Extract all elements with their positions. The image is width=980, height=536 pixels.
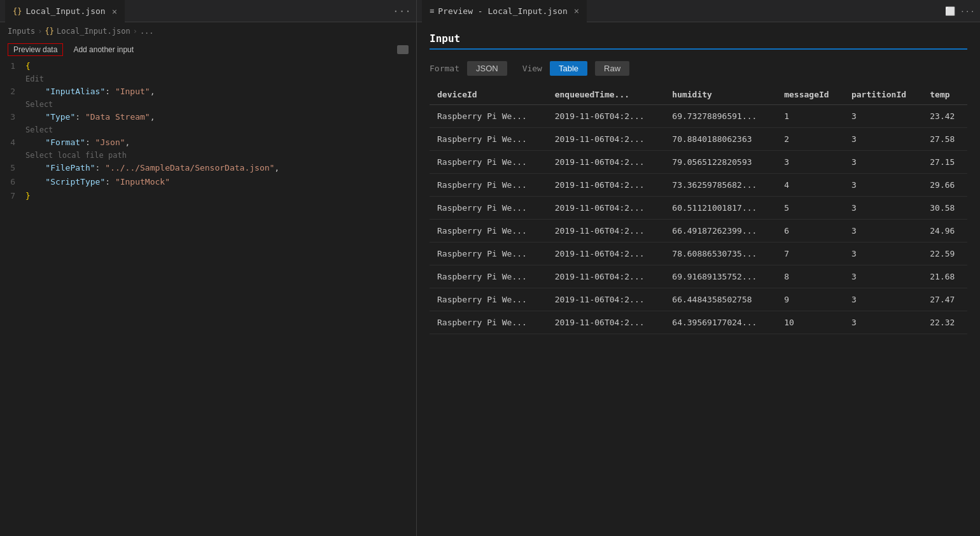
table-row: Raspberry Pi We...2019-11-06T04:2...69.9… (430, 265, 967, 288)
table-row: Raspberry Pi We...2019-11-06T04:2...79.0… (430, 151, 967, 174)
data-table-wrapper[interactable]: deviceId enqueuedTime... humidity messag… (430, 85, 967, 526)
split-editor-icon[interactable]: ⬜ (945, 6, 955, 16)
breadcrumb-icon: {} (45, 27, 54, 36)
toolbar-icon (397, 45, 409, 54)
cell-r9-c1: 2019-11-06T04:2... (547, 311, 665, 334)
cell-r8-c2: 66.4484358502758 (664, 288, 776, 311)
cell-r4-c2: 60.51121001817... (664, 197, 776, 220)
hint-select-path: Select local file path (0, 150, 416, 161)
cell-r0-c4: 3 (844, 105, 922, 128)
breadcrumb-file[interactable]: Local_Input.json (57, 27, 130, 36)
cell-r0-c2: 69.73278896591... (664, 105, 776, 128)
col-messageid: messageId (776, 85, 844, 105)
hint-select-1: Select (0, 99, 416, 110)
cell-r3-c4: 3 (844, 174, 922, 197)
code-line-2: 2 "InputAlias": "Input", (0, 85, 416, 99)
cell-r3-c1: 2019-11-06T04:2... (547, 174, 665, 197)
cell-r4-c3: 5 (776, 197, 844, 220)
toolbar-row: Preview data Add another input (0, 40, 416, 59)
cell-r6-c1: 2019-11-06T04:2... (547, 243, 665, 265)
cell-r0-c0: Raspberry Pi We... (430, 105, 547, 128)
cell-r6-c4: 3 (844, 243, 922, 265)
col-temp: temp (922, 85, 967, 105)
left-tab-bar: {} Local_Input.json × ··· (0, 0, 416, 22)
cell-r3-c2: 73.36259785682... (664, 174, 776, 197)
cell-r4-c4: 3 (844, 197, 922, 220)
cell-r3-c5: 29.66 (922, 174, 967, 197)
cell-r8-c4: 3 (844, 288, 922, 311)
right-tab-label: Preview - Local_Input.json (438, 6, 568, 16)
cell-r9-c5: 22.32 (922, 311, 967, 334)
cell-r7-c2: 69.91689135752... (664, 265, 776, 288)
table-row: Raspberry Pi We...2019-11-06T04:2...70.8… (430, 128, 967, 151)
cell-r6-c0: Raspberry Pi We... (430, 243, 547, 265)
table-row: Raspberry Pi We...2019-11-06T04:2...78.6… (430, 243, 967, 265)
cell-r1-c2: 70.8840188062363 (664, 128, 776, 151)
view-label: View (522, 64, 542, 73)
table-row: Raspberry Pi We...2019-11-06T04:2...69.7… (430, 105, 967, 128)
hint-edit: Edit (0, 73, 416, 85)
breadcrumb-inputs[interactable]: Inputs (8, 27, 35, 36)
col-partitionid: partitionId (844, 85, 922, 105)
code-line-6: 6 "ScriptType": "InputMock" (0, 175, 416, 189)
preview-data-button[interactable]: Preview data (8, 43, 63, 56)
table-row: Raspberry Pi We...2019-11-06T04:2...66.4… (430, 220, 967, 243)
cell-r2-c1: 2019-11-06T04:2... (547, 151, 665, 174)
cell-r6-c2: 78.60886530735... (664, 243, 776, 265)
cell-r2-c2: 79.0565122820593 (664, 151, 776, 174)
json-format-button[interactable]: JSON (467, 61, 507, 76)
cell-r2-c5: 27.15 (922, 151, 967, 174)
cell-r7-c3: 8 (776, 265, 844, 288)
cell-r2-c3: 3 (776, 151, 844, 174)
cell-r2-c0: Raspberry Pi We... (430, 151, 547, 174)
table-view-button[interactable]: Table (550, 61, 587, 76)
left-tab-close[interactable]: × (112, 6, 117, 17)
cell-r8-c3: 9 (776, 288, 844, 311)
cell-r6-c5: 22.59 (922, 243, 967, 265)
left-tab-more[interactable]: ··· (393, 5, 411, 17)
col-deviceid: deviceId (430, 85, 547, 105)
cell-r3-c3: 4 (776, 174, 844, 197)
cell-r5-c3: 6 (776, 220, 844, 243)
left-tab-label: Local_Input.json (25, 6, 105, 16)
table-row: Raspberry Pi We...2019-11-06T04:2...66.4… (430, 288, 967, 311)
code-editor[interactable]: 1 { Edit 2 "InputAlias": "Input", Select… (0, 59, 416, 536)
cell-r8-c0: Raspberry Pi We... (430, 288, 547, 311)
cell-r3-c0: Raspberry Pi We... (430, 174, 547, 197)
left-panel: {} Local_Input.json × ··· Inputs › {} Lo… (0, 0, 417, 536)
code-line-4: 4 "Format": "Json", (0, 136, 416, 150)
cell-r5-c4: 3 (844, 220, 922, 243)
cell-r2-c4: 3 (844, 151, 922, 174)
cell-r0-c3: 1 (776, 105, 844, 128)
cell-r7-c4: 3 (844, 265, 922, 288)
json-file-icon: {} (13, 7, 22, 16)
table-row: Raspberry Pi We...2019-11-06T04:2...73.3… (430, 174, 967, 197)
cell-r0-c5: 23.42 (922, 105, 967, 128)
add-input-button[interactable]: Add another input (68, 44, 139, 55)
right-tab-more[interactable]: ··· (960, 6, 975, 16)
right-tab[interactable]: ≡ Preview - Local_Input.json × (422, 0, 587, 22)
cell-r8-c1: 2019-11-06T04:2... (547, 288, 665, 311)
breadcrumb: Inputs › {} Local_Input.json › ... (0, 22, 416, 40)
cell-r9-c4: 3 (844, 311, 922, 334)
left-tab[interactable]: {} Local_Input.json × (5, 0, 125, 22)
cell-r6-c3: 7 (776, 243, 844, 265)
right-tab-close[interactable]: × (574, 6, 579, 16)
code-line-1: 1 { (0, 59, 416, 73)
cell-r1-c0: Raspberry Pi We... (430, 128, 547, 151)
code-line-7: 7 } (0, 189, 416, 203)
cell-r7-c1: 2019-11-06T04:2... (547, 265, 665, 288)
cell-r1-c3: 2 (776, 128, 844, 151)
format-label: Format (430, 64, 459, 73)
cell-r7-c5: 21.68 (922, 265, 967, 288)
table-row: Raspberry Pi We...2019-11-06T04:2...60.5… (430, 197, 967, 220)
cell-r1-c5: 27.58 (922, 128, 967, 151)
cell-r4-c1: 2019-11-06T04:2... (547, 197, 665, 220)
preview-title: Input (430, 32, 967, 50)
raw-view-button[interactable]: Raw (595, 61, 629, 76)
hint-select-2: Select (0, 124, 416, 136)
cell-r9-c0: Raspberry Pi We... (430, 311, 547, 334)
cell-r5-c2: 66.49187262399... (664, 220, 776, 243)
data-table: deviceId enqueuedTime... humidity messag… (430, 85, 967, 334)
cell-r5-c0: Raspberry Pi We... (430, 220, 547, 243)
